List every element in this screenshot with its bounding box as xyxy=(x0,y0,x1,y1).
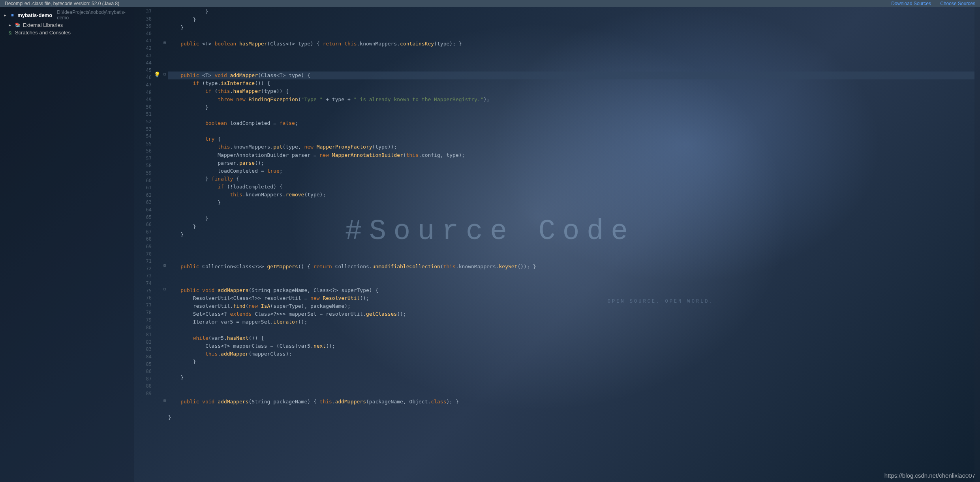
line-number[interactable]: 77 xyxy=(134,302,152,309)
line-number[interactable]: 51 xyxy=(134,111,152,118)
error-stripe[interactable] xyxy=(974,7,980,482)
line-number[interactable]: 85 xyxy=(134,361,152,368)
code-line[interactable]: } finally { xyxy=(168,175,974,183)
line-number[interactable]: 73 xyxy=(134,272,152,280)
line-number[interactable]: 65 xyxy=(134,214,152,221)
code-editor[interactable]: 3738394041424344454647484950515253545556… xyxy=(134,7,980,482)
line-number[interactable]: 62 xyxy=(134,192,152,199)
line-number[interactable]: 76 xyxy=(134,294,152,302)
line-number[interactable]: 82 xyxy=(134,339,152,346)
line-number[interactable]: 87 xyxy=(134,375,152,383)
code-line[interactable]: this.addMapper(mapperClass); xyxy=(168,350,974,358)
code-line[interactable]: } xyxy=(168,374,974,382)
line-number[interactable]: 53 xyxy=(134,126,152,133)
code-line[interactable] xyxy=(168,48,974,56)
line-number[interactable]: 63 xyxy=(134,199,152,206)
line-number[interactable]: 38 xyxy=(134,15,152,23)
fold-toggle-icon[interactable]: ⊟ xyxy=(163,263,166,267)
fold-toggle-icon[interactable]: ⊟ xyxy=(163,40,166,45)
line-number[interactable]: 55 xyxy=(134,140,152,148)
code-line[interactable]: while(var5.hasNext()) { xyxy=(168,334,974,342)
code-line[interactable] xyxy=(168,406,974,414)
code-line[interactable]: } xyxy=(168,104,974,111)
code-line[interactable]: if (this.hasMapper(type)) { xyxy=(168,87,974,95)
code-line[interactable]: MapperAnnotationBuilder parser = new Map… xyxy=(168,151,974,159)
line-number[interactable]: 42 xyxy=(134,45,152,52)
line-number[interactable]: 37 xyxy=(134,8,152,15)
code-line[interactable] xyxy=(168,382,974,390)
line-number[interactable]: 59 xyxy=(134,169,152,177)
code-line[interactable] xyxy=(168,254,974,262)
code-line[interactable]: loadCompleted = true; xyxy=(168,167,974,175)
code-line[interactable] xyxy=(168,127,974,135)
code-line[interactable]: } xyxy=(168,358,974,366)
line-number[interactable]: 52 xyxy=(134,118,152,126)
line-number[interactable]: 49 xyxy=(134,96,152,104)
code-line[interactable]: this.knownMappers.put(type, new MapperPr… xyxy=(168,143,974,151)
code-line[interactable] xyxy=(168,64,974,72)
line-number[interactable]: 83 xyxy=(134,346,152,353)
code-line[interactable] xyxy=(168,366,974,374)
line-number[interactable]: 89 xyxy=(134,390,152,397)
line-number[interactable]: 68 xyxy=(134,235,152,243)
code-line[interactable]: } xyxy=(168,231,974,239)
code-line[interactable]: public Collection<Class<?>> getMappers()… xyxy=(168,263,974,271)
choose-sources-link[interactable]: Choose Sources xyxy=(940,1,975,6)
line-number[interactable]: 75 xyxy=(134,287,152,295)
line-number[interactable]: 66 xyxy=(134,221,152,228)
line-number[interactable]: 41 xyxy=(134,37,152,45)
code-line[interactable] xyxy=(168,56,974,64)
line-number[interactable]: 79 xyxy=(134,316,152,324)
code-line[interactable]: try { xyxy=(168,135,974,143)
line-number[interactable]: 61 xyxy=(134,184,152,192)
code-line[interactable] xyxy=(168,111,974,119)
line-number[interactable]: 43 xyxy=(134,52,152,60)
code-line[interactable]: Iterator var5 = mapperSet.iterator(); xyxy=(168,318,974,326)
line-number[interactable]: 67 xyxy=(134,228,152,236)
line-number[interactable]: 78 xyxy=(134,309,152,316)
code-line[interactable]: ResolverUtil<Class<?>> resolverUtil = ne… xyxy=(168,294,974,302)
code-line[interactable]: } xyxy=(168,24,974,32)
download-sources-link[interactable]: Download Sources xyxy=(891,1,931,6)
line-number[interactable]: 58 xyxy=(134,162,152,169)
code-line[interactable] xyxy=(168,271,974,279)
code-line[interactable] xyxy=(168,390,974,398)
line-number[interactable]: 64 xyxy=(134,206,152,214)
code-line[interactable]: } xyxy=(168,8,974,16)
code-line[interactable] xyxy=(168,32,974,40)
code-line[interactable]: } xyxy=(168,215,974,223)
code-line[interactable]: parser.parse(); xyxy=(168,159,974,167)
code-line[interactable] xyxy=(168,239,974,247)
code-line[interactable]: } xyxy=(168,199,974,207)
code-line[interactable] xyxy=(168,247,974,254)
code-line[interactable]: } xyxy=(168,414,974,422)
line-number[interactable]: 81 xyxy=(134,331,152,339)
line-number[interactable]: 45 xyxy=(134,67,152,74)
line-number[interactable]: 48 xyxy=(134,89,152,96)
scratches-node[interactable]: ⎘ Scratches and Consoles xyxy=(0,29,134,36)
code-line[interactable]: } xyxy=(168,16,974,24)
line-number[interactable]: 72 xyxy=(134,265,152,273)
code-line[interactable]: public <T> boolean hasMapper(Class<T> ty… xyxy=(168,40,974,48)
line-number[interactable]: 71 xyxy=(134,258,152,265)
line-number[interactable]: 84 xyxy=(134,353,152,361)
code-line[interactable]: resolverUtil.find(new IsA(superType), pa… xyxy=(168,302,974,310)
line-number[interactable]: 86 xyxy=(134,368,152,375)
code-line[interactable]: } xyxy=(168,223,974,231)
line-number[interactable]: 80 xyxy=(134,324,152,331)
fold-column[interactable]: ⊟⊟⊟⊟⊟ xyxy=(163,7,168,482)
fold-toggle-icon[interactable]: ⊟ xyxy=(163,287,166,291)
line-number[interactable]: 74 xyxy=(134,280,152,287)
fold-toggle-icon[interactable]: ⊟ xyxy=(163,72,166,76)
code-line[interactable]: public void addMappers(String packageNam… xyxy=(168,398,974,406)
line-number-gutter[interactable]: 3738394041424344454647484950515253545556… xyxy=(134,7,154,482)
override-marker-icon[interactable]: @ xyxy=(155,72,157,76)
code-line[interactable]: if (type.isInterface()) { xyxy=(168,79,974,87)
code-line[interactable]: Class<?> mapperClass = (Class)var5.next(… xyxy=(168,342,974,350)
code-area[interactable]: } } } public <T> boolean hasMapper(Class… xyxy=(168,7,974,482)
line-number[interactable]: 39 xyxy=(134,23,152,30)
line-number[interactable]: 54 xyxy=(134,133,152,140)
external-libraries-node[interactable]: ▸ 📚 External Libraries xyxy=(0,21,134,29)
line-number[interactable]: 60 xyxy=(134,177,152,185)
gutter-markers[interactable]: 💡@ xyxy=(154,7,163,482)
